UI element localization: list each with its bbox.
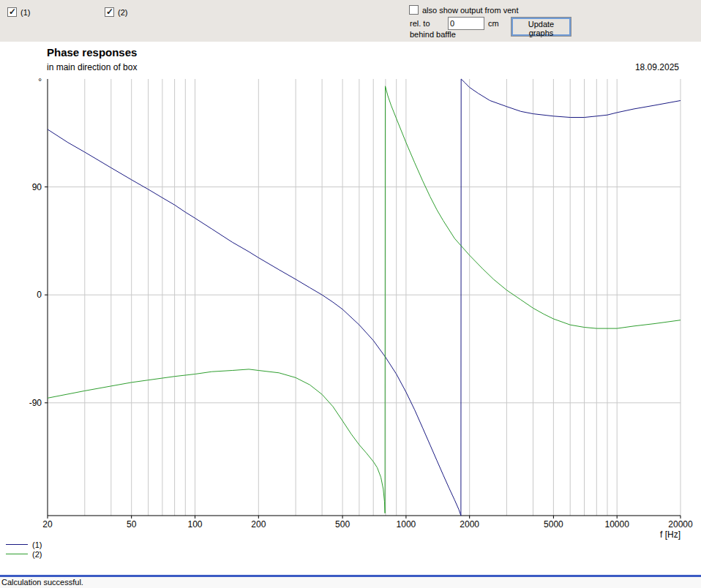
curve1-checkbox-box[interactable] [7,7,17,17]
vent-output-checkbox[interactable]: also show output from vent [409,5,518,15]
svg-text:100: 100 [187,519,202,529]
svg-text:-90: -90 [29,398,42,408]
chart-legend: (1) (2) [6,540,42,559]
curve2-checkbox-box[interactable] [105,7,114,17]
phase-response-chart: 20501002005001000200050001000020000900-9… [0,42,701,575]
svg-text:10000: 10000 [605,519,630,529]
legend-label-curve1: (1) [32,540,42,549]
svg-text:50: 50 [127,519,137,529]
status-bar: Calculation successful. [0,577,701,588]
curve2-checkbox[interactable]: (2) [105,7,127,17]
legend-label-curve2: (2) [32,550,42,559]
svg-text:0: 0 [37,290,42,300]
status-text: Calculation successful. [1,578,83,587]
chart-panel: 20501002005001000200050001000020000900-9… [0,42,701,575]
update-graphs-button[interactable]: Update graphs [511,18,571,36]
chart-title: Phase responses [47,46,137,59]
legend-item-curve1: (1) [6,540,42,549]
legend-line-curve1 [6,544,28,545]
curve1-checkbox[interactable]: (1) [7,7,30,17]
behind-baffle-label: behind baffle [410,30,456,39]
curve2-checkbox-label: (2) [118,8,127,17]
svg-text:200: 200 [251,519,266,529]
curve1-checkbox-label: (1) [20,8,30,17]
cm-unit-label: cm [488,19,499,28]
legend-item-curve2: (2) [6,549,42,559]
svg-text:20: 20 [42,519,53,529]
svg-text:°: ° [38,77,42,87]
svg-text:2000: 2000 [460,519,479,529]
rel-to-label: rel. to [410,19,430,28]
chart-date: 18.09.2025 [635,62,679,72]
svg-text:500: 500 [335,519,350,529]
svg-text:f [Hz]: f [Hz] [660,529,681,540]
chart-subtitle: in main direction of box [47,62,137,72]
toolbar: (1) (2) also show output from vent rel. … [0,0,701,42]
vent-output-checkbox-label: also show output from vent [422,6,518,15]
svg-text:1000: 1000 [397,519,416,529]
legend-line-curve2 [6,554,28,554]
vent-distance-input[interactable] [448,17,484,30]
svg-text:5000: 5000 [544,519,563,529]
svg-text:20000: 20000 [668,519,693,529]
vent-output-checkbox-box[interactable] [409,5,419,15]
svg-text:90: 90 [32,182,42,192]
